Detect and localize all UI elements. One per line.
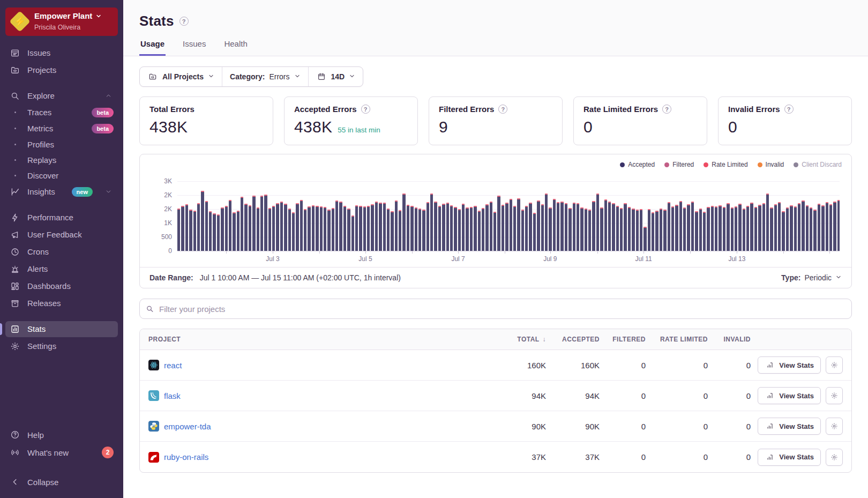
column-header-invalid[interactable]: INVALID (708, 336, 751, 343)
legend-item-rate-limited[interactable]: Rate Limited (704, 161, 747, 168)
chart-bar[interactable] (300, 200, 303, 251)
legend-item-filtered[interactable]: Filtered (664, 161, 694, 168)
chart-bar[interactable] (438, 206, 441, 251)
chart-bar[interactable] (217, 214, 220, 251)
chart-bar[interactable] (727, 203, 729, 251)
chart-bar[interactable] (549, 207, 551, 251)
chart-bar[interactable] (272, 206, 275, 251)
chart-bar[interactable] (636, 210, 639, 251)
sidebar-item-profiles[interactable]: Profiles (5, 137, 118, 152)
project-link[interactable]: ruby-on-rails (164, 452, 208, 462)
sidebar-item-alerts[interactable]: Alerts (5, 261, 118, 277)
chart-bar[interactable] (505, 203, 508, 251)
category-filter-dropdown[interactable]: Category: Errors (222, 67, 308, 86)
chart-plot[interactable]: 05001K2K2K3K (177, 181, 840, 251)
chart-bar[interactable] (497, 196, 500, 251)
chart-bar[interactable] (766, 194, 769, 251)
chart-bar[interactable] (545, 194, 548, 251)
chart-bar[interactable] (643, 227, 646, 251)
chart-bar[interactable] (201, 191, 204, 251)
chart-bar[interactable] (711, 206, 714, 251)
chart-bar[interactable] (806, 205, 809, 251)
chart-bar[interactable] (675, 205, 678, 251)
chart-bar[interactable] (612, 203, 615, 251)
chart-bar[interactable] (296, 203, 298, 251)
chart-bar[interactable] (367, 206, 370, 251)
chart-bar[interactable] (320, 206, 323, 251)
chart-bar[interactable] (525, 206, 528, 251)
chart-bar[interactable] (794, 206, 797, 251)
chart-bar[interactable] (655, 211, 658, 251)
project-search-input[interactable] (139, 299, 852, 319)
chart-bar[interactable] (244, 204, 247, 251)
chart-bar[interactable] (837, 200, 840, 251)
chart-bar[interactable] (616, 206, 619, 251)
chart-bar[interactable] (758, 205, 761, 251)
chart-bar[interactable] (517, 198, 520, 251)
chart-bar[interactable] (652, 212, 654, 251)
project-filter-dropdown[interactable]: All Projects (140, 67, 222, 86)
chart-bar[interactable] (770, 207, 773, 251)
chart-bar[interactable] (608, 202, 611, 251)
chart-bar[interactable] (233, 212, 235, 251)
sidebar-item-settings[interactable]: Settings (5, 338, 118, 354)
chart-bar[interactable] (332, 208, 334, 251)
chart-bar[interactable] (798, 203, 800, 251)
page-help-icon[interactable]: ? (179, 17, 189, 26)
chart-bar[interactable] (304, 209, 306, 251)
help-icon[interactable]: ? (361, 105, 370, 114)
chart-bar[interactable] (422, 210, 425, 251)
chart-bar[interactable] (762, 203, 765, 251)
chart-bar[interactable] (462, 204, 465, 251)
chart-bar[interactable] (213, 213, 215, 251)
tab-health[interactable]: Health (223, 39, 248, 56)
chart-bar[interactable] (209, 211, 212, 251)
view-stats-button[interactable]: View Stats (758, 418, 821, 435)
chart-bar[interactable] (249, 205, 251, 251)
chart-bar[interactable] (237, 211, 240, 251)
chart-bar[interactable] (746, 206, 749, 251)
chart-bar[interactable] (387, 209, 390, 251)
chart-bar[interactable] (513, 206, 516, 251)
chart-bar[interactable] (347, 209, 350, 251)
chart-bar[interactable] (383, 203, 386, 251)
chart-bar[interactable] (699, 209, 702, 251)
chart-bar[interactable] (343, 206, 346, 251)
chart-bar[interactable] (703, 212, 706, 251)
chart-bar[interactable] (415, 207, 417, 251)
type-dropdown[interactable]: Type: Periodic (781, 273, 842, 282)
chart-bar[interactable] (257, 207, 259, 251)
chart-bar[interactable] (252, 196, 255, 251)
chart-bar[interactable] (774, 204, 777, 251)
date-range-dropdown[interactable]: 14D (308, 67, 363, 86)
chart-bar[interactable] (485, 204, 488, 251)
chart-bar[interactable] (375, 202, 378, 251)
chart-bar[interactable] (335, 200, 338, 251)
chart-bar[interactable] (790, 205, 792, 251)
sidebar-item-discover[interactable]: Discover (5, 168, 118, 183)
chart-bar[interactable] (833, 202, 836, 251)
project-link[interactable]: empower-tda (164, 422, 211, 431)
chart-bar[interactable] (308, 206, 310, 251)
chart-bar[interactable] (683, 207, 686, 251)
chart-bar[interactable] (493, 212, 496, 251)
chart-bar[interactable] (568, 208, 571, 251)
chart-bar[interactable] (268, 208, 271, 251)
chart-bar[interactable] (363, 206, 366, 251)
chart-bar[interactable] (592, 201, 595, 251)
chart-bar[interactable] (743, 209, 745, 251)
chart-bar[interactable] (359, 206, 362, 251)
chart-bar[interactable] (502, 205, 504, 251)
chart-bar[interactable] (553, 199, 556, 251)
chart-bar[interactable] (466, 207, 468, 251)
chart-bar[interactable] (577, 203, 579, 251)
chart-bar[interactable] (292, 212, 295, 251)
chart-bar[interactable] (679, 201, 682, 251)
chart-bar[interactable] (379, 203, 381, 251)
chart-bar[interactable] (399, 210, 401, 251)
chart-bar[interactable] (624, 203, 626, 251)
chart-bar[interactable] (663, 210, 666, 251)
chart-bar[interactable] (588, 210, 591, 251)
column-header-total[interactable]: TOTAL ↓ (487, 336, 546, 343)
chart-bar[interactable] (533, 213, 536, 251)
